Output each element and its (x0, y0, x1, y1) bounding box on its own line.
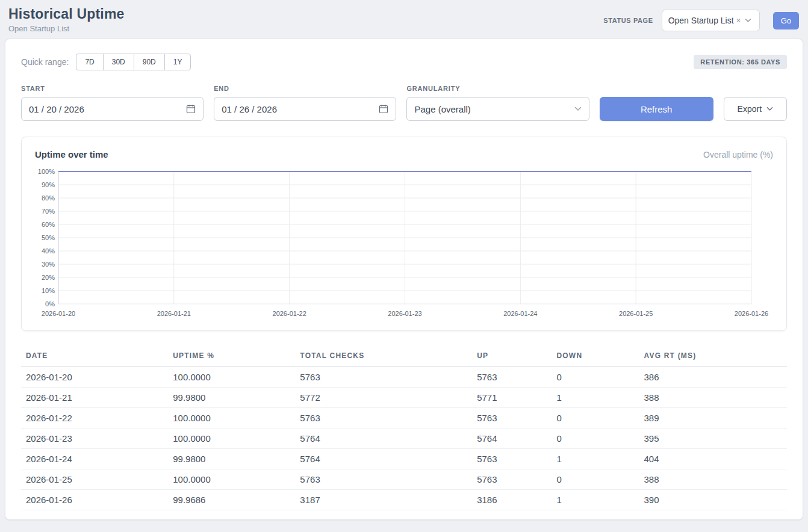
export-button-label: Export (738, 104, 762, 114)
chart-body: 0%10%20%30%40%50%60%70%80%90%100%2026-01… (35, 167, 773, 326)
table-header-row: DATE UPTIME % TOTAL CHECKS UP DOWN AVG R… (21, 345, 787, 367)
table-cell: 5763 (472, 449, 552, 469)
table-cell: 5763 (295, 408, 472, 428)
status-page-selected-value: Open Startup List (668, 16, 734, 25)
retention-badge: RETENTION: 365 DAYS (694, 55, 787, 69)
end-date-input[interactable]: 01 / 26 / 2026 (214, 97, 396, 121)
table-row: 2026-01-20100.0000576357630386 (21, 367, 787, 388)
export-button[interactable]: Export (724, 97, 787, 121)
granularity-select[interactable]: Page (overall) (406, 97, 589, 121)
svg-text:2026-01-21: 2026-01-21 (157, 310, 191, 317)
quick-range-7d-button[interactable]: 7D (76, 54, 103, 70)
table-row: 2026-01-23100.0000576457640395 (21, 428, 787, 449)
table-cell: 99.9686 (168, 490, 295, 510)
start-date-label: START (21, 85, 204, 92)
table-cell: 5763 (295, 469, 472, 490)
svg-text:90%: 90% (42, 181, 55, 188)
table-cell: 5763 (472, 367, 552, 388)
svg-text:70%: 70% (42, 208, 55, 215)
table-cell: 0 (552, 367, 639, 388)
column-header-up: UP (472, 345, 552, 367)
svg-text:50%: 50% (42, 234, 55, 241)
chevron-down-icon (574, 107, 582, 111)
quick-range-group: Quick range: 7D 30D 90D 1Y (21, 54, 191, 70)
table-cell: 99.9800 (168, 449, 295, 469)
quick-range-90d-button[interactable]: 90D (134, 54, 165, 70)
end-date-value: 01 / 26 / 2026 (222, 104, 277, 114)
table-row: 2026-01-22100.0000576357630389 (21, 408, 787, 428)
start-date-input[interactable]: 01 / 20 / 2026 (21, 97, 204, 121)
calendar-icon[interactable] (379, 104, 388, 114)
start-date-value: 01 / 20 / 2026 (29, 104, 84, 114)
table-cell: 386 (639, 367, 787, 388)
table-cell: 388 (639, 388, 787, 408)
uptime-chart: 0%10%20%30%40%50%60%70%80%90%100%2026-01… (35, 167, 773, 323)
table-cell: 5763 (472, 469, 552, 490)
granularity-field: GRANULARITY Page (overall) (406, 85, 589, 121)
svg-text:80%: 80% (42, 194, 55, 202)
column-header-date: DATE (21, 345, 168, 367)
svg-text:2026-01-25: 2026-01-25 (619, 310, 653, 317)
chart-title: Uptime over time (35, 149, 108, 159)
chart-legend: Overall uptime (%) (703, 150, 773, 159)
column-header-avg-rt: AVG RT (MS) (639, 345, 787, 367)
table-cell: 2026-01-24 (21, 449, 168, 469)
svg-text:2026-01-24: 2026-01-24 (503, 310, 537, 317)
go-button[interactable]: Go (773, 12, 799, 29)
status-page-select[interactable]: Open Startup List × (662, 10, 760, 31)
table-cell: 1 (552, 490, 639, 510)
end-date-field: END 01 / 26 / 2026 (214, 85, 396, 121)
end-date-label: END (214, 85, 396, 92)
start-date-field: START 01 / 20 / 2026 (21, 85, 204, 121)
svg-text:2026-01-26: 2026-01-26 (735, 310, 768, 317)
svg-text:100%: 100% (38, 168, 55, 175)
table-cell: 99.9800 (168, 388, 295, 408)
quick-range-row: Quick range: 7D 30D 90D 1Y RETENTION: 36… (21, 54, 787, 70)
svg-text:2026-01-22: 2026-01-22 (273, 310, 306, 317)
status-page-label: STATUS PAGE (603, 17, 653, 24)
svg-text:40%: 40% (42, 247, 55, 255)
table-cell: 100.0000 (168, 408, 295, 428)
table-cell: 2026-01-25 (21, 469, 168, 490)
svg-text:10%: 10% (42, 287, 55, 294)
table-cell: 5764 (472, 428, 552, 449)
table-cell: 3187 (295, 490, 472, 510)
controls-row: START 01 / 20 / 2026 END 01 / 26 / 2026 … (21, 85, 787, 121)
table-cell: 5772 (295, 388, 472, 408)
column-header-total-checks: TOTAL CHECKS (295, 345, 472, 367)
refresh-button[interactable]: Refresh (600, 97, 713, 121)
table-cell: 1 (552, 388, 639, 408)
clear-selection-icon[interactable]: × (736, 16, 741, 25)
quick-range-1y-button[interactable]: 1Y (164, 54, 191, 70)
quick-range-segmented: 7D 30D 90D 1Y (76, 54, 191, 70)
table-cell: 2026-01-22 (21, 408, 168, 428)
table-cell: 2026-01-26 (21, 490, 168, 510)
table-cell: 100.0000 (168, 469, 295, 490)
table-row: 2026-01-25100.0000576357630388 (21, 469, 787, 490)
table-cell: 3186 (472, 490, 552, 510)
svg-text:2026-01-23: 2026-01-23 (388, 310, 421, 317)
uptime-table: DATE UPTIME % TOTAL CHECKS UP DOWN AVG R… (21, 345, 787, 510)
table-cell: 389 (639, 408, 787, 428)
quick-range-30d-button[interactable]: 30D (103, 54, 134, 70)
table-cell: 2026-01-20 (21, 367, 168, 388)
table-cell: 100.0000 (168, 367, 295, 388)
calendar-icon[interactable] (186, 104, 196, 114)
column-header-uptime: UPTIME % (168, 345, 295, 367)
table-row: 2026-01-2199.9800577257711388 (21, 388, 787, 408)
quick-range-label: Quick range: (21, 57, 69, 67)
granularity-label: GRANULARITY (406, 85, 589, 92)
table-cell: 100.0000 (168, 428, 295, 449)
table-cell: 390 (639, 490, 787, 510)
table-cell: 2026-01-21 (21, 388, 168, 408)
table-cell: 388 (639, 469, 787, 490)
table-cell: 395 (639, 428, 787, 449)
chart-header: Uptime over time Overall uptime (%) (35, 149, 773, 159)
svg-text:0%: 0% (45, 300, 55, 308)
table-cell: 2026-01-23 (21, 428, 168, 449)
header-right: STATUS PAGE Open Startup List × Go (603, 10, 799, 31)
table-row: 2026-01-2499.9800576457631404 (21, 449, 787, 469)
svg-text:60%: 60% (42, 221, 55, 228)
table-cell: 5771 (472, 388, 552, 408)
table-cell: 5763 (472, 408, 552, 428)
